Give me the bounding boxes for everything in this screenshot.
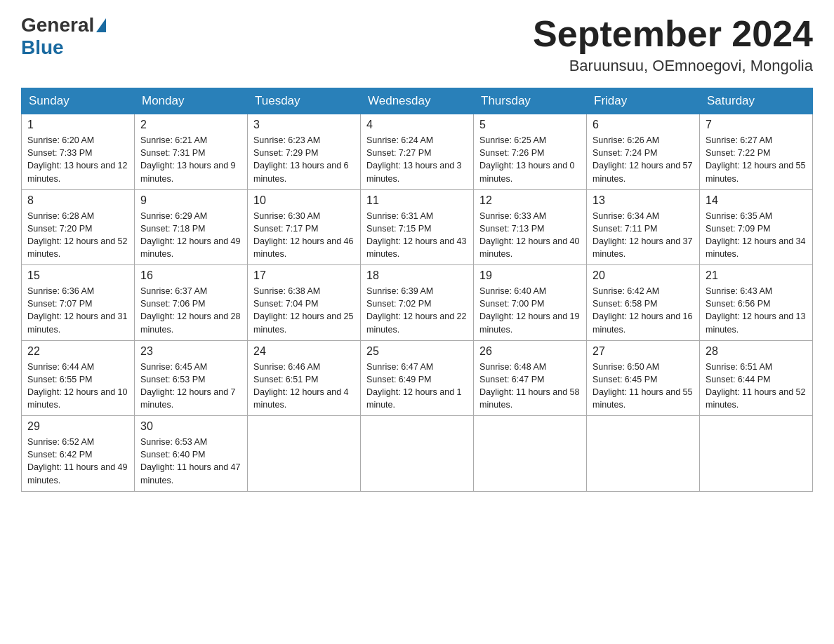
day-number: 22 — [27, 345, 128, 358]
calendar-cell: 12Sunrise: 6:33 AMSunset: 7:13 PMDayligh… — [474, 189, 587, 265]
column-header-thursday: Thursday — [474, 88, 587, 114]
day-number: 26 — [479, 345, 581, 358]
calendar-cell: 5Sunrise: 6:25 AMSunset: 7:26 PMDaylight… — [474, 114, 587, 190]
day-number: 5 — [479, 119, 581, 131]
day-number: 20 — [593, 269, 694, 282]
calendar-week-row: 8Sunrise: 6:28 AMSunset: 7:20 PMDaylight… — [22, 189, 813, 265]
calendar-cell: 3Sunrise: 6:23 AMSunset: 7:29 PMDaylight… — [248, 114, 361, 190]
calendar-cell: 6Sunrise: 6:26 AMSunset: 7:24 PMDaylight… — [587, 114, 700, 190]
calendar-cell: 8Sunrise: 6:28 AMSunset: 7:20 PMDaylight… — [22, 189, 135, 265]
day-info: Sunrise: 6:33 AMSunset: 7:13 PMDaylight:… — [479, 210, 581, 261]
calendar-cell: 15Sunrise: 6:36 AMSunset: 7:07 PMDayligh… — [22, 265, 135, 341]
page-header: General Blue September 2024 Baruunsuu, O… — [21, 14, 813, 75]
calendar-cell: 22Sunrise: 6:44 AMSunset: 6:55 PMDayligh… — [22, 340, 135, 416]
month-title: September 2024 — [533, 14, 813, 54]
logo-blue-text: Blue — [21, 36, 64, 59]
day-number: 13 — [593, 194, 694, 207]
day-number: 30 — [140, 420, 241, 433]
day-info: Sunrise: 6:51 AMSunset: 6:44 PMDaylight:… — [706, 361, 807, 412]
calendar-cell: 9Sunrise: 6:29 AMSunset: 7:18 PMDaylight… — [135, 189, 248, 265]
calendar-cell: 10Sunrise: 6:30 AMSunset: 7:17 PMDayligh… — [248, 189, 361, 265]
day-info: Sunrise: 6:36 AMSunset: 7:07 PMDaylight:… — [27, 285, 128, 336]
day-number: 29 — [27, 420, 128, 433]
calendar-cell: 13Sunrise: 6:34 AMSunset: 7:11 PMDayligh… — [587, 189, 700, 265]
day-info: Sunrise: 6:42 AMSunset: 6:58 PMDaylight:… — [593, 285, 694, 336]
calendar-cell: 16Sunrise: 6:37 AMSunset: 7:06 PMDayligh… — [135, 265, 248, 341]
calendar-cell: 27Sunrise: 6:50 AMSunset: 6:45 PMDayligh… — [587, 340, 700, 416]
calendar-cell: 14Sunrise: 6:35 AMSunset: 7:09 PMDayligh… — [700, 189, 813, 265]
day-number: 25 — [366, 345, 468, 358]
calendar-table: SundayMondayTuesdayWednesdayThursdayFrid… — [21, 88, 813, 492]
day-number: 16 — [140, 269, 241, 282]
calendar-cell: 1Sunrise: 6:20 AMSunset: 7:33 PMDaylight… — [22, 114, 135, 190]
day-info: Sunrise: 6:37 AMSunset: 7:06 PMDaylight:… — [140, 285, 241, 336]
calendar-cell: 23Sunrise: 6:45 AMSunset: 6:53 PMDayligh… — [135, 340, 248, 416]
day-number: 18 — [366, 269, 468, 282]
logo-general-text: General — [21, 14, 94, 36]
day-info: Sunrise: 6:52 AMSunset: 6:42 PMDaylight:… — [27, 436, 128, 487]
column-header-saturday: Saturday — [700, 88, 813, 114]
calendar-cell: 20Sunrise: 6:42 AMSunset: 6:58 PMDayligh… — [587, 265, 700, 341]
calendar-header-row: SundayMondayTuesdayWednesdayThursdayFrid… — [22, 88, 813, 114]
calendar-week-row: 22Sunrise: 6:44 AMSunset: 6:55 PMDayligh… — [22, 340, 813, 416]
day-info: Sunrise: 6:39 AMSunset: 7:02 PMDaylight:… — [366, 285, 468, 336]
day-number: 6 — [593, 119, 694, 131]
calendar-cell: 25Sunrise: 6:47 AMSunset: 6:49 PMDayligh… — [361, 340, 474, 416]
day-info: Sunrise: 6:30 AMSunset: 7:17 PMDaylight:… — [253, 210, 355, 261]
day-number: 14 — [706, 194, 807, 207]
column-header-monday: Monday — [135, 88, 248, 114]
column-header-sunday: Sunday — [22, 88, 135, 114]
day-info: Sunrise: 6:48 AMSunset: 6:47 PMDaylight:… — [479, 361, 581, 412]
logo: General Blue — [21, 14, 108, 59]
day-info: Sunrise: 6:29 AMSunset: 7:18 PMDaylight:… — [140, 210, 241, 261]
day-number: 23 — [140, 345, 241, 358]
calendar-cell: 28Sunrise: 6:51 AMSunset: 6:44 PMDayligh… — [700, 340, 813, 416]
day-info: Sunrise: 6:44 AMSunset: 6:55 PMDaylight:… — [27, 361, 128, 412]
logo-triangle-icon — [96, 18, 106, 32]
day-number: 24 — [253, 345, 355, 358]
calendar-cell — [248, 416, 361, 492]
day-info: Sunrise: 6:43 AMSunset: 6:56 PMDaylight:… — [706, 285, 807, 336]
day-number: 4 — [366, 119, 468, 131]
calendar-cell — [474, 416, 587, 492]
day-number: 3 — [253, 119, 355, 131]
calendar-cell — [361, 416, 474, 492]
day-info: Sunrise: 6:23 AMSunset: 7:29 PMDaylight:… — [253, 134, 355, 185]
day-info: Sunrise: 6:25 AMSunset: 7:26 PMDaylight:… — [479, 134, 581, 185]
day-info: Sunrise: 6:20 AMSunset: 7:33 PMDaylight:… — [27, 134, 128, 185]
calendar-cell: 26Sunrise: 6:48 AMSunset: 6:47 PMDayligh… — [474, 340, 587, 416]
day-number: 12 — [479, 194, 581, 207]
calendar-week-row: 1Sunrise: 6:20 AMSunset: 7:33 PMDaylight… — [22, 114, 813, 190]
day-info: Sunrise: 6:27 AMSunset: 7:22 PMDaylight:… — [706, 134, 807, 185]
day-number: 2 — [140, 119, 241, 131]
day-info: Sunrise: 6:53 AMSunset: 6:40 PMDaylight:… — [140, 436, 241, 487]
day-info: Sunrise: 6:45 AMSunset: 6:53 PMDaylight:… — [140, 361, 241, 412]
calendar-week-row: 15Sunrise: 6:36 AMSunset: 7:07 PMDayligh… — [22, 265, 813, 341]
calendar-cell: 29Sunrise: 6:52 AMSunset: 6:42 PMDayligh… — [22, 416, 135, 492]
day-info: Sunrise: 6:35 AMSunset: 7:09 PMDaylight:… — [706, 210, 807, 261]
day-info: Sunrise: 6:24 AMSunset: 7:27 PMDaylight:… — [366, 134, 468, 185]
day-number: 1 — [27, 119, 128, 131]
calendar-cell: 24Sunrise: 6:46 AMSunset: 6:51 PMDayligh… — [248, 340, 361, 416]
calendar-cell: 11Sunrise: 6:31 AMSunset: 7:15 PMDayligh… — [361, 189, 474, 265]
day-info: Sunrise: 6:26 AMSunset: 7:24 PMDaylight:… — [593, 134, 694, 185]
day-number: 27 — [593, 345, 694, 358]
calendar-cell: 7Sunrise: 6:27 AMSunset: 7:22 PMDaylight… — [700, 114, 813, 190]
day-info: Sunrise: 6:50 AMSunset: 6:45 PMDaylight:… — [593, 361, 694, 412]
day-number: 19 — [479, 269, 581, 282]
calendar-cell — [700, 416, 813, 492]
column-header-friday: Friday — [587, 88, 700, 114]
day-info: Sunrise: 6:31 AMSunset: 7:15 PMDaylight:… — [366, 210, 468, 261]
day-number: 7 — [706, 119, 807, 131]
day-info: Sunrise: 6:38 AMSunset: 7:04 PMDaylight:… — [253, 285, 355, 336]
day-info: Sunrise: 6:40 AMSunset: 7:00 PMDaylight:… — [479, 285, 581, 336]
day-info: Sunrise: 6:21 AMSunset: 7:31 PMDaylight:… — [140, 134, 241, 185]
column-header-tuesday: Tuesday — [248, 88, 361, 114]
day-info: Sunrise: 6:28 AMSunset: 7:20 PMDaylight:… — [27, 210, 128, 261]
day-info: Sunrise: 6:46 AMSunset: 6:51 PMDaylight:… — [253, 361, 355, 412]
column-header-wednesday: Wednesday — [361, 88, 474, 114]
location-text: Baruunsuu, OEmnoegovi, Mongolia — [533, 57, 813, 75]
calendar-cell: 4Sunrise: 6:24 AMSunset: 7:27 PMDaylight… — [361, 114, 474, 190]
calendar-cell: 2Sunrise: 6:21 AMSunset: 7:31 PMDaylight… — [135, 114, 248, 190]
calendar-cell — [587, 416, 700, 492]
